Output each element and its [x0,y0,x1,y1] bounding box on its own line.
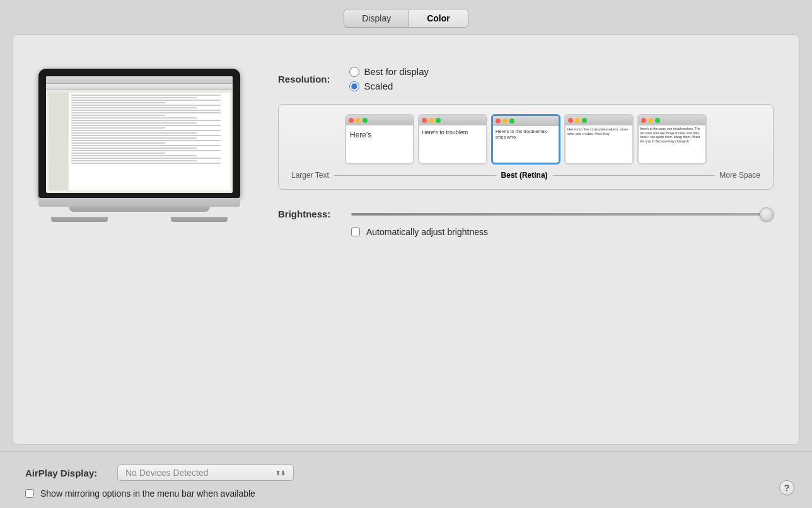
dot-green-2 [436,118,441,123]
resolution-best-label: Best for display [364,66,429,77]
thumb-body-2: Here's to troublem [419,125,486,140]
brightness-slider[interactable] [351,213,774,216]
scale-ruler: Larger Text Best (Retina) More Space [288,171,763,180]
mirroring-row: Show mirroring options in the menu bar w… [25,488,787,499]
scale-option-larger-text[interactable]: Here's [345,114,414,165]
thumb-titlebar-3 [493,116,559,126]
airplay-select-value: No Devices Detected [125,468,209,478]
thumb-titlebar-4 [566,115,632,125]
scale-option-2[interactable]: Here's to troublem [418,114,487,165]
brightness-label: Brightness: [278,209,341,219]
tab-display[interactable]: Display [344,9,409,28]
dot-yellow-3 [502,118,508,124]
airplay-select[interactable]: No Devices Detected ⬆⬇ [117,465,294,481]
scale-options-row: Here's Here's to troublem [288,114,763,165]
dot-green [362,118,368,123]
dot-red-5 [641,118,646,123]
resolution-scaled-radio[interactable] [349,81,359,91]
dot-green-5 [655,118,660,123]
auto-brightness-checkbox[interactable] [351,228,360,236]
mirroring-checkbox[interactable] [25,489,34,498]
scale-option-more-space[interactable]: Here's to the crazy one troublemakers. T… [637,114,707,165]
dot-red-3 [496,118,501,124]
dot-yellow-2 [429,118,434,123]
thumb-body-4: Here's to the cr troublemakers. ones who… [566,125,632,138]
scale-thumb-best-retina[interactable]: Here's to the troublemak ones who [491,114,560,165]
tab-color[interactable]: Color [409,9,468,28]
scale-thumb-more-space[interactable]: Here's to the crazy one troublemakers. T… [637,114,707,165]
auto-brightness-label: Automatically adjust brightness [366,227,488,237]
brightness-row: Brightness: [278,209,774,219]
bottom-section: AirPlay Display: No Devices Detected ⬆⬇ … [13,455,799,508]
resolution-label: Resolution: [278,74,330,84]
resolution-option-best[interactable]: Best for display [349,66,429,77]
divider [0,451,812,452]
dot-green-3 [509,118,514,124]
mirroring-label: Show mirroring options in the menu bar w… [40,488,255,499]
scale-option-best-retina[interactable]: Here's to the troublemak ones who [491,114,560,165]
controls-section: Resolution: Best for display Scaled [278,54,774,237]
auto-brightness-row: Automatically adjust brightness [278,227,774,237]
thumb-body-5: Here's to the crazy one troublemakers. T… [639,125,705,144]
dot-yellow-5 [648,118,653,123]
thumb-titlebar-5 [639,115,705,125]
resolution-section: Resolution: Best for display Scaled [278,66,774,91]
ruler-line-left [334,175,496,176]
resolution-scaled-label: Scaled [364,81,393,91]
laptop-illustration [38,54,240,237]
resolution-option-scaled[interactable]: Scaled [349,81,429,91]
dot-yellow-4 [575,118,580,123]
dot-red [349,118,354,123]
dot-red-4 [568,118,573,123]
brightness-section: Brightness: Automatically adjust brightn… [278,209,774,237]
airplay-label: AirPlay Display: [25,468,107,478]
help-button[interactable]: ? [779,480,794,495]
airplay-row: AirPlay Display: No Devices Detected ⬆⬇ [25,465,787,481]
dot-green-4 [582,118,587,123]
thumb-body-3: Here's to the troublemak ones who [493,126,559,142]
thumb-titlebar [346,115,413,125]
ruler-center-label: Best (Retina) [501,171,548,180]
scale-thumb-4[interactable]: Here's to the cr troublemakers. ones who… [564,114,634,165]
dot-red-2 [422,118,427,123]
scale-thumb-larger-text[interactable]: Here's [345,114,414,165]
scale-thumb-2[interactable]: Here's to troublem [418,114,487,165]
ruler-left-label: Larger Text [291,171,329,180]
thumb-body: Here's [346,125,413,144]
scale-option-4[interactable]: Here's to the cr troublemakers. ones who… [564,114,634,165]
select-arrow-icon: ⬆⬇ [276,470,286,476]
resolution-best-radio[interactable] [349,67,359,77]
thumb-titlebar-2 [419,115,486,125]
ruler-line-right [553,175,715,176]
dot-yellow [356,118,361,123]
scale-options-box: Here's Here's to troublem [278,104,774,190]
ruler-right-label: More Space [719,171,760,180]
